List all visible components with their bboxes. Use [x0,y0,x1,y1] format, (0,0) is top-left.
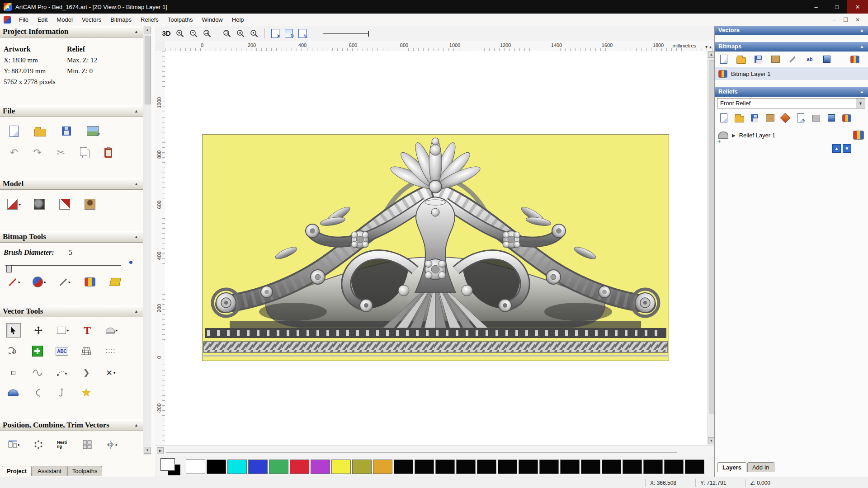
palette-swatch[interactable] [311,460,330,474]
scroll-down-icon[interactable]: ▼ [144,447,151,454]
palette-swatch[interactable] [560,460,580,474]
mirror-vectors-icon[interactable]: ▸ [105,438,118,451]
scroll-up-icon[interactable]: ▲ [144,27,151,33]
scroll-up-icon[interactable]: ▲ [708,51,715,58]
bezier-tool[interactable] [55,366,69,380]
palette-swatch[interactable] [290,460,309,474]
delete-relief-icon[interactable] [826,113,837,123]
colour-palette-icon[interactable] [83,275,97,289]
expander-icon[interactable]: ▶ [732,133,736,138]
bitmap-palette-icon[interactable] [849,54,860,65]
doc-restore-icon[interactable]: ❐ [840,17,852,23]
palette-swatch[interactable] [602,460,621,474]
extrude-tool[interactable] [6,386,20,399]
collapse-icon[interactable]: ▲ [134,29,138,34]
maximize-button[interactable]: □ [826,0,847,14]
menu-model[interactable]: Model [52,14,77,25]
scroll-right-icon[interactable]: ▶ [157,447,164,454]
zoom-object-button[interactable] [248,28,260,39]
new-relief-layer-icon[interactable] [718,113,729,123]
paste-icon[interactable] [101,146,115,160]
panel-scrollbar[interactable]: ▲ ▼ [143,26,151,455]
undo-icon[interactable]: ↶ [7,146,21,160]
flood-fill-icon[interactable] [108,275,122,289]
relief-layer-row[interactable]: ▶ Relief Layer 1 [715,129,868,141]
view-3d-button[interactable]: 3D [160,28,172,39]
tab-toolpaths[interactable]: Toolpaths [67,466,103,476]
spiral-tool[interactable] [6,344,20,358]
drawing-canvas[interactable] [165,51,708,445]
paint-icon[interactable]: ▸ [7,275,21,289]
paint-selective-icon[interactable]: ▸ [33,275,46,289]
nesting-icon[interactable]: Nes­ting [56,438,70,451]
palette-swatch[interactable] [373,460,392,474]
palette-swatch[interactable] [269,460,288,474]
menu-reliefs[interactable]: Reliefs [136,14,163,25]
palette-swatch[interactable] [227,460,247,474]
menu-file[interactable]: File [14,14,33,25]
new-bitmap-layer-icon[interactable] [718,54,729,65]
palette-swatch[interactable] [186,460,205,474]
zoom-1to1-button[interactable] [235,28,246,39]
preview-toggle-icon[interactable]: ✎ [297,28,308,39]
tab-layers[interactable]: Layers [717,462,746,472]
rectangle-tool[interactable]: ▸ [56,324,70,337]
redo-icon[interactable]: ↷ [31,146,44,160]
block-copy-icon[interactable] [80,438,94,451]
save-bitmap-layer-icon[interactable] [753,54,764,65]
adjust-lighting-icon[interactable] [58,197,71,211]
menu-toolpaths[interactable]: Toolpaths [163,14,198,25]
palette-swatch[interactable] [623,460,642,474]
relief-colour-icon[interactable] [853,131,864,140]
bitmap-layer-row[interactable]: Bitmap Layer 1 [715,67,868,80]
block-create-tool[interactable] [31,344,44,358]
current-colours-chip[interactable] [160,458,181,475]
palette-swatch[interactable] [498,460,517,474]
menu-edit[interactable]: Edit [33,14,52,25]
palette-swatch[interactable] [207,460,226,474]
palette-swatch[interactable] [664,460,684,474]
collapse-icon[interactable]: ▲ [134,423,138,427]
palette-swatch[interactable] [685,460,704,474]
zoom-window-button[interactable] [201,28,213,39]
transform-vectors-tool[interactable] [32,324,45,337]
calculate-relief-icon[interactable] [811,113,821,123]
merge-relief-icon[interactable] [764,113,775,123]
zoom-in-button[interactable] [174,28,186,39]
envelope-tool[interactable] [55,386,69,399]
set-model-size-icon[interactable]: ▸ [7,197,21,211]
copy-icon[interactable] [78,146,91,160]
close-button[interactable]: ✕ [847,0,868,14]
palette-swatch[interactable] [435,460,455,474]
doc-minimize-icon[interactable]: – [828,17,840,23]
greyscale-image-icon[interactable] [33,197,46,211]
zoom-out-button[interactable] [188,28,199,39]
palette-swatch[interactable] [394,460,413,474]
collapse-icon[interactable]: ▲ [134,309,138,314]
minimize-button[interactable]: – [806,0,826,14]
text-layer-icon[interactable]: ab [804,54,815,65]
open-bitmap-layer-icon[interactable] [736,54,746,65]
menu-bitmaps[interactable]: Bitmaps [106,14,136,25]
edit-relief-icon[interactable]: ✎ [795,113,806,123]
menu-window[interactable]: Window [198,14,227,25]
text-block-tool[interactable]: ABC [55,344,69,358]
node-tool[interactable] [6,366,20,380]
perspective-grid-tool[interactable] [80,344,93,358]
collapse-icon[interactable]: ▲ [134,109,138,113]
tab-assistant[interactable]: Assistant [33,466,66,476]
smooth-relief-icon[interactable] [780,113,791,123]
palette-swatch[interactable] [248,460,268,474]
cut-icon[interactable]: ✂ [54,146,68,160]
scroll-thumb[interactable] [145,36,151,104]
palette-swatch[interactable] [581,460,600,474]
chevron-down-icon[interactable]: ▼ [856,99,865,108]
measure-tool[interactable]: ▸ [105,324,118,337]
slider-handle[interactable] [6,265,12,272]
photo-image-icon[interactable] [83,197,97,211]
move-layer-up-button[interactable]: ▲ [832,144,841,153]
collapse-icon[interactable]: ▲ [134,235,138,239]
scroll-down-icon[interactable]: ▼ [708,437,715,444]
doc-close-icon[interactable]: ✕ [852,17,863,23]
open-model-icon[interactable] [33,124,47,138]
